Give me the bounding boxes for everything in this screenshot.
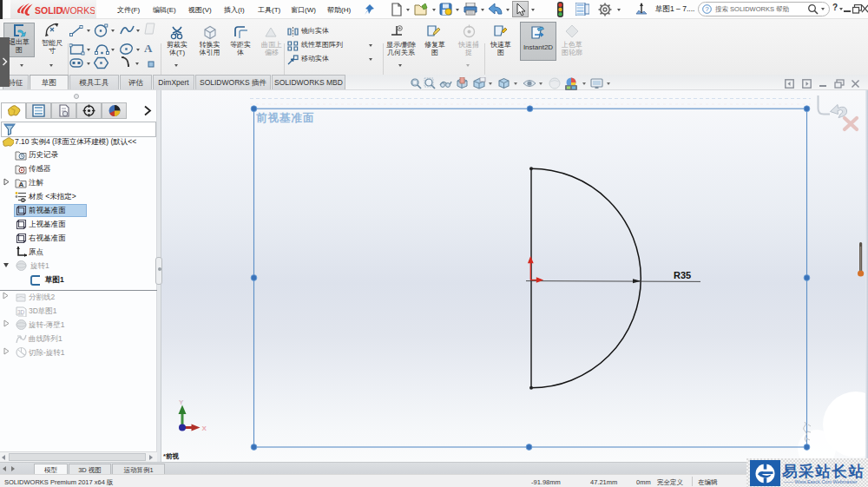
svg-text:R35: R35: [674, 270, 691, 280]
svg-text:X: X: [202, 424, 207, 432]
svg-text:3D: 3D: [17, 309, 25, 315]
svg-text:A: A: [19, 181, 24, 188]
svg-text:Y: Y: [179, 398, 184, 406]
svg-text:前视基准面: 前视基准面: [256, 112, 315, 124]
svg-text:?: ?: [705, 5, 709, 13]
